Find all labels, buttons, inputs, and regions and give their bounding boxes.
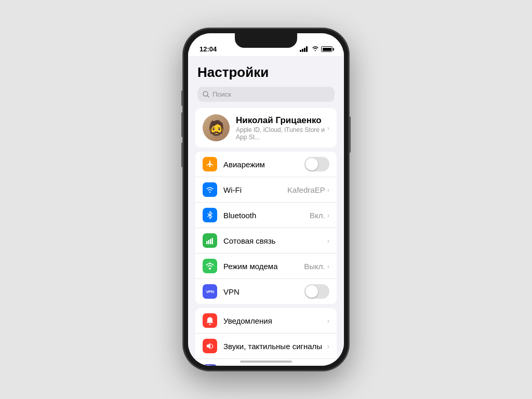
airplane-icon — [203, 157, 217, 171]
svg-rect-5 — [208, 240, 210, 244]
screen-content[interactable]: Настройки Поиск 🧔 — [188, 56, 344, 366]
bluetooth-icon — [203, 208, 217, 222]
hotspot-row[interactable]: Режим модема Выкл. › — [195, 254, 337, 279]
vpn-label: VPN — [223, 287, 304, 296]
notifications-chevron: › — [327, 317, 329, 325]
profile-subtitle: Apple ID, iCloud, iTunes Store и App St.… — [236, 126, 327, 141]
power-button — [349, 116, 351, 153]
search-icon — [203, 91, 209, 98]
profile-name: Николай Грицаенко — [236, 115, 327, 126]
bluetooth-row[interactable]: Bluetooth Вкл. › — [195, 203, 337, 228]
sounds-row[interactable]: Звуки, тактильные сигналы › — [195, 334, 337, 359]
bluetooth-chevron: › — [327, 211, 329, 219]
hotspot-value: Выкл. — [304, 262, 325, 271]
svg-rect-7 — [212, 238, 214, 244]
search-input[interactable]: Поиск — [197, 87, 335, 102]
vpn-toggle[interactable] — [304, 284, 329, 299]
svg-rect-6 — [210, 239, 211, 244]
airplane-toggle[interactable] — [304, 157, 329, 171]
sounds-icon — [203, 339, 217, 353]
notifications-group: Уведомления › Звуки, тактильные сигналы — [195, 308, 337, 366]
wifi-value: KafedraEP — [287, 185, 325, 194]
page-title: Настройки — [188, 56, 344, 85]
phone-screen: 12:04 ︁ — [188, 33, 344, 366]
bluetooth-value: Вкл. — [310, 211, 325, 220]
cellular-row[interactable]: Сотовая связь › — [195, 228, 337, 254]
airplane-label: Авиарежим — [223, 160, 304, 169]
volume-down-button — [181, 142, 183, 167]
hotspot-chevron: › — [327, 262, 329, 270]
wifi-row[interactable]: Wi-Fi KafedraEP › — [195, 177, 337, 203]
wifi-icon: ︁ — [310, 45, 319, 53]
status-time: 12:04 — [200, 45, 217, 53]
cellular-icon — [203, 233, 217, 248]
volume-up-button — [181, 112, 183, 137]
battery-icon — [321, 46, 332, 52]
status-icons: ︁ — [300, 45, 332, 53]
svg-line-1 — [207, 96, 209, 97]
notifications-icon — [203, 313, 217, 328]
cellular-chevron: › — [327, 237, 329, 245]
notifications-row[interactable]: Уведомления › — [195, 308, 337, 334]
search-placeholder: Поиск — [212, 90, 231, 98]
phone-frame: 12:04 ︁ — [183, 28, 349, 371]
hotspot-label: Режим модема — [223, 262, 304, 271]
svg-rect-4 — [206, 241, 208, 244]
hotspot-icon — [203, 259, 217, 273]
vpn-row[interactable]: VPN VPN — [195, 279, 337, 304]
profile-info: Николай Грицаенко Apple ID, iCloud, iTun… — [236, 115, 327, 141]
wifi-chevron: › — [327, 186, 329, 194]
bluetooth-label: Bluetooth — [223, 211, 310, 220]
signal-icon — [300, 46, 308, 52]
vpn-icon: VPN — [203, 284, 217, 299]
dnd-icon — [203, 364, 217, 366]
airplane-row[interactable]: Авиарежим — [195, 152, 337, 177]
profile-chevron: › — [327, 124, 329, 132]
profile-group: 🧔 Николай Грицаенко Apple ID, iCloud, iT… — [195, 108, 337, 148]
home-indicator — [240, 361, 292, 363]
search-bar: Поиск — [188, 85, 344, 108]
wifi-settings-icon — [203, 182, 217, 197]
status-bar: 12:04 ︁ — [188, 33, 344, 56]
avatar: 🧔 — [203, 114, 230, 141]
connectivity-group: Авиарежим — [195, 152, 337, 304]
wifi-label: Wi-Fi — [223, 185, 287, 194]
mute-button — [181, 90, 183, 106]
profile-row[interactable]: 🧔 Николай Грицаенко Apple ID, iCloud, iT… — [195, 108, 337, 148]
notch — [235, 33, 297, 48]
sounds-label: Звуки, тактильные сигналы — [223, 342, 327, 351]
cellular-label: Сотовая связь — [223, 236, 327, 245]
notifications-label: Уведомления — [223, 316, 327, 325]
sounds-chevron: › — [327, 342, 329, 350]
